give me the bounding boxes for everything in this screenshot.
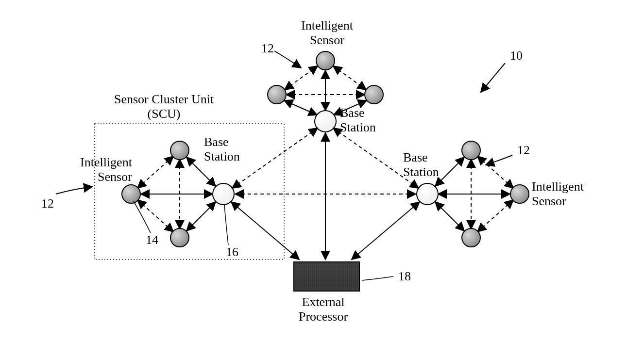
ref-12: 12 (261, 41, 274, 56)
diagram-stage: Sensor Cluster Unit (SCU) Intelligent Se… (0, 0, 644, 341)
ref-arrow (56, 187, 92, 194)
intelligent-sensor-node (170, 141, 189, 160)
edge-sensor-base (435, 202, 464, 231)
scu-title-label: Sensor Cluster Unit (SCU) (114, 92, 214, 121)
intelligent-sensor-node (462, 228, 480, 247)
ref-arrow (481, 63, 505, 92)
intelligent-sensor-node (462, 141, 480, 160)
ref-arrow (274, 51, 301, 68)
ref-18: 18 (398, 269, 411, 284)
base-station-node (315, 111, 336, 132)
intelligent-sensor-label: Intelligent Sensor (301, 18, 353, 48)
ref-12: 12 (41, 196, 54, 211)
edge-base-base (232, 128, 318, 188)
intelligent-sensor-node (122, 185, 140, 203)
base-station-label: Base Station (403, 150, 439, 179)
intelligent-sensor-node (170, 228, 189, 247)
ref-10: 10 (510, 49, 523, 63)
external-processor-box (294, 262, 359, 291)
edge-sensor-base (186, 202, 216, 231)
intelligent-sensor-label: Intelligent Sensor (532, 179, 584, 209)
base-station-node (213, 183, 234, 205)
intelligent-sensor-node (365, 85, 383, 104)
base-station-label: Base Station (340, 106, 376, 135)
edge-base-processor (231, 202, 299, 260)
intelligent-sensor-node (316, 51, 335, 70)
ref-leader (224, 205, 228, 245)
external-processor-label: External Processor (299, 295, 348, 324)
base-station-label: Base Station (204, 135, 240, 164)
edge-sensor-base (435, 157, 464, 186)
edge-base-processor (352, 202, 420, 260)
ref-leader (134, 201, 151, 233)
edge-sensor-sensor (285, 66, 318, 90)
ref-12: 12 (517, 143, 530, 158)
ref-16: 16 (226, 245, 238, 260)
ref-14: 14 (146, 233, 158, 247)
edge-sensor-sensor (333, 66, 366, 90)
ref-arrow (486, 155, 512, 165)
intelligent-sensor-label: Intelligent Sensor (80, 155, 132, 184)
edge-sensor-sensor (477, 200, 513, 232)
intelligent-sensor-node (510, 185, 529, 203)
edge-sensor-sensor (477, 156, 513, 188)
edge-sensor-sensor (137, 156, 173, 188)
edge-sensor-sensor (137, 200, 173, 232)
base-station-node (417, 183, 438, 205)
intelligent-sensor-node (268, 85, 286, 104)
edge-sensor-base (284, 100, 317, 115)
ref-leader (362, 276, 393, 280)
